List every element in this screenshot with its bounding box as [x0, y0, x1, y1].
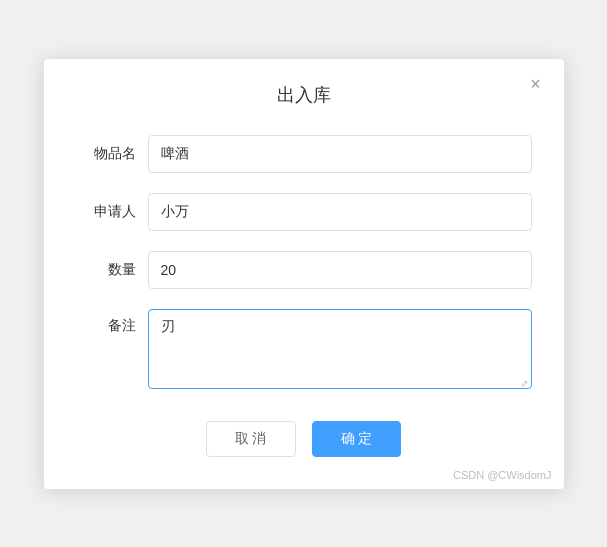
dialog-overlay: 出入库 × 物品名 申请人 数量 备注	[0, 0, 607, 547]
dialog-header: 出入库 ×	[76, 83, 532, 107]
remark-label: 备注	[76, 309, 136, 335]
remark-row: 备注 ⇗	[76, 309, 532, 393]
remark-textarea-wrapper: ⇗	[148, 309, 532, 393]
confirm-button[interactable]: 确 定	[312, 421, 402, 457]
applicant-label: 申请人	[76, 203, 136, 221]
dialog-title: 出入库	[277, 85, 331, 105]
watermark: CSDN @CWisdomJ	[453, 469, 552, 481]
applicant-row: 申请人	[76, 193, 532, 231]
quantity-row: 数量	[76, 251, 532, 289]
close-button[interactable]: ×	[524, 73, 548, 97]
quantity-label: 数量	[76, 261, 136, 279]
cancel-button[interactable]: 取 消	[206, 421, 296, 457]
item-name-row: 物品名	[76, 135, 532, 173]
dialog-form: 物品名 申请人 数量 备注 ⇗	[76, 135, 532, 393]
item-name-input[interactable]	[148, 135, 532, 173]
applicant-input[interactable]	[148, 193, 532, 231]
quantity-input[interactable]	[148, 251, 532, 289]
dialog: 出入库 × 物品名 申请人 数量 备注	[44, 59, 564, 489]
remark-input[interactable]	[148, 309, 532, 389]
item-name-label: 物品名	[76, 145, 136, 163]
dialog-footer: 取 消 确 定	[76, 421, 532, 457]
